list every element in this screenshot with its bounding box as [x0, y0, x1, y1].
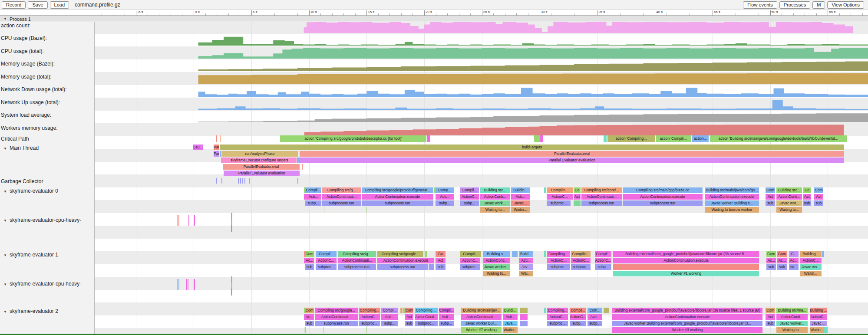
trace-event-bar[interactable]: Compil... [595, 251, 611, 257]
trace-event-bar[interactable]: Compi... [381, 308, 398, 313]
trace-event-bar[interactable]: subprocess.run [315, 321, 358, 326]
trace-event-bar[interactable]: Worker #1 working [613, 271, 759, 276]
trace-event-sliver[interactable] [178, 215, 179, 226]
trace-event-bar[interactable]: Wai... [519, 271, 533, 276]
trace-event-bar[interactable]: Waiting to... [483, 271, 510, 276]
trace-event-bar[interactable]: Act [803, 194, 811, 200]
trace-event-bar[interactable]: action... [692, 135, 709, 142]
trace-event-sliver[interactable] [495, 327, 495, 333]
trace-event-bar[interactable]: subprocess.run [581, 200, 622, 206]
trace-event-bar[interactable]: ActionContinuation.execute [362, 194, 433, 200]
trace-event-bar[interactable]: subprocess.run [322, 200, 361, 206]
track-label-skyframe-evaluator-0[interactable]: ▼skyframe-evaluator 0 [3, 188, 58, 194]
trace-event-bar[interactable]: ActionContinuation.execute [377, 258, 434, 263]
trace-event-bar[interactable]: Compil... [460, 187, 479, 193]
trace-event-bar[interactable]: Building src/main/java/com/go... [705, 187, 759, 193]
trace-event-bar[interactable]: Acti... [511, 194, 530, 200]
trace-event-sliver[interactable] [425, 251, 427, 257]
trace-event-bar[interactable]: ActionC... [571, 258, 591, 263]
trace-event-bar[interactable]: Building src/ma... [776, 308, 808, 313]
trace-event-bar[interactable]: ActionC... [460, 258, 480, 263]
trace-event-bar[interactable]: Buildin... [511, 187, 530, 193]
trace-event-bar[interactable]: Ac... [777, 258, 787, 263]
trace-event-bar[interactable]: ActionConti... [776, 314, 808, 320]
trace-event-bar[interactable]: subproc... [460, 264, 480, 270]
trace-event-sliver[interactable] [238, 178, 239, 184]
trace-event-bar[interactable]: Compiling ... [547, 251, 570, 257]
trace-event-sliver[interactable] [231, 213, 232, 219]
collapse-triangle-icon[interactable]: ▼ [3, 190, 7, 194]
trace-event-bar[interactable]: Waitin... [503, 327, 518, 333]
trace-event-bar[interactable]: ActionConti... [415, 314, 438, 320]
trace-event-bar[interactable]: Compil... [570, 308, 586, 313]
trace-event-bar[interactable]: Compili... [460, 251, 481, 257]
trace-event-bar[interactable]: Javac work... [480, 200, 510, 206]
trace-event-sliver[interactable] [188, 279, 188, 290]
track-label-skyframe-evaluator-cpu-heavy[interactable]: ▼skyframe-evaluator-cpu-heavy- [3, 217, 81, 223]
trace-event-bar[interactable]: ActionConti... [483, 258, 510, 263]
trace-event-bar[interactable]: subprocess.run [362, 200, 433, 206]
trace-event-sliver[interactable] [231, 219, 232, 225]
trace-event-bar[interactable]: Compiling src/g... [322, 187, 361, 193]
trace-event-bar[interactable]: ActionC... [595, 258, 611, 263]
trace-event-bar[interactable]: Worker #7 working [461, 327, 502, 333]
trace-event-bar[interactable]: buildTargets [220, 145, 844, 150]
trace-event-sliver[interactable] [177, 215, 178, 226]
collapse-triangle-icon[interactable]: ▼ [3, 253, 7, 257]
trace-event-bar[interactable]: Act [766, 314, 775, 320]
trace-event-bar[interactable]: sub [766, 200, 775, 206]
collapse-triangle-icon[interactable]: ▼ [3, 282, 7, 286]
trace-event-sliver[interactable] [520, 321, 528, 326]
trace-event-sliver[interactable] [240, 178, 241, 184]
trace-event-bar[interactable]: Waitin... [810, 327, 824, 333]
trace-event-bar[interactable]: Compiling src/google... [315, 308, 358, 313]
trace-event-sliver[interactable] [220, 135, 221, 142]
trace-event-bar[interactable]: action 'Compiling src/google/protobuf/de… [280, 135, 426, 142]
trace-event-sliver[interactable] [824, 327, 828, 333]
trace-event-bar[interactable]: Compiling src/g... [338, 251, 376, 257]
trace-event-bar[interactable]: ActionContinuati... [322, 194, 361, 200]
trace-event-bar[interactable]: Compiling ... [415, 308, 438, 313]
trace-event-bar[interactable]: ActionC... [547, 194, 573, 200]
trace-event-sliver[interactable] [604, 135, 607, 142]
trace-event-sliver[interactable] [297, 178, 298, 184]
trace-event-bar[interactable]: Building src... [776, 187, 802, 193]
trace-event-bar[interactable]: Par [214, 145, 219, 150]
trace-event-sliver[interactable] [216, 135, 217, 142]
trace-event-bar[interactable]: Com [405, 308, 413, 313]
trace-event-bar[interactable]: Building src/main/jav... [461, 308, 502, 313]
trace-event-bar[interactable]: ActionContinuati... [338, 258, 376, 263]
trace-event-bar[interactable]: ActionC... [547, 314, 568, 320]
trace-event-sliver[interactable] [231, 282, 232, 289]
trace-event-bar[interactable]: Compilin... [571, 251, 591, 257]
trace-event-bar[interactable]: Worker #3 working [612, 327, 762, 333]
trace-event-bar[interactable]: subproc... [316, 264, 337, 270]
trace-event-bar[interactable]: sub [305, 321, 314, 326]
trace-event-sliver[interactable] [231, 289, 232, 296]
trace-event-bar[interactable]: Javac worker Buil... [461, 321, 502, 326]
trace-event-sliver[interactable] [403, 308, 405, 313]
trace-event-bar[interactable]: subproc... [571, 264, 591, 270]
trace-event-bar[interactable]: Par [214, 151, 219, 157]
trace-event-bar[interactable]: Javac wor... [776, 200, 802, 206]
track-label-skyframe-evaluator-cpu-heavy[interactable]: ▼skyframe-evaluator-cpu-heavy- [3, 281, 81, 287]
trace-event-bar[interactable]: Com... [587, 308, 602, 313]
trace-event-bar[interactable]: Javac worker Building s... [705, 200, 759, 206]
trace-event-bar[interactable]: Waiting to... [480, 207, 510, 213]
trace-event-bar[interactable]: Com [766, 308, 775, 313]
trace-event-sliver[interactable] [520, 308, 528, 313]
trace-event-sliver[interactable] [231, 276, 232, 282]
trace-event-bar[interactable]: skyframeExecutor.configureTargets [222, 158, 297, 163]
trace-event-bar[interactable]: Acti... [305, 194, 321, 200]
trace-event-bar[interactable]: Ac... [305, 314, 314, 320]
trace-event-bar[interactable]: subp... [570, 321, 586, 326]
trace-event-bar[interactable]: Compil... [316, 251, 337, 257]
trace-event-bar[interactable]: subp... [587, 321, 602, 326]
track-label-main-thread[interactable]: ▼Main Thread [3, 145, 39, 151]
trace-event-sliver[interactable] [249, 178, 250, 184]
trace-event-bar[interactable]: Com [766, 187, 775, 193]
trace-event-sliver[interactable] [188, 215, 189, 226]
trace-event-sliver[interactable] [231, 225, 232, 232]
trace-event-bar[interactable]: Act [436, 258, 446, 263]
track-label-skyframe-evaluator-2[interactable]: ▼skyframe-evaluator 2 [3, 308, 58, 314]
